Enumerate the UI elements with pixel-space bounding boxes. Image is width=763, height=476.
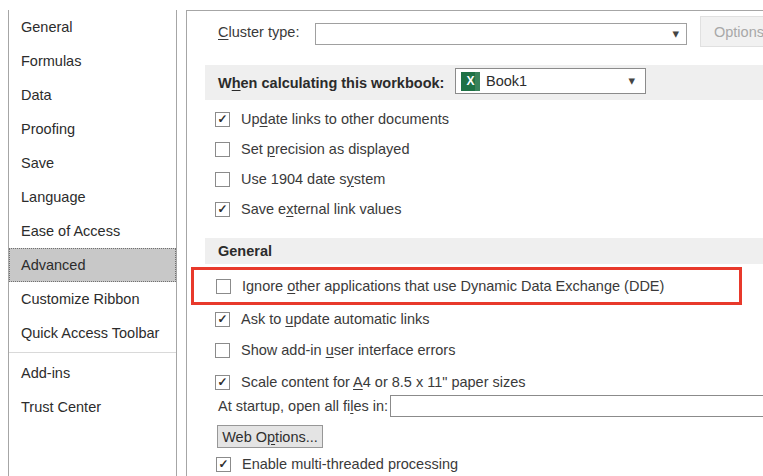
- general-section-title: General: [218, 243, 272, 259]
- workbook-selector-combobox[interactable]: X Book1 ▾: [455, 68, 646, 94]
- checkbox-scale-content-a4[interactable]: ✓ Scale content for A4 or 8.5 x 11" pape…: [215, 368, 526, 396]
- general-section-header: General: [205, 238, 763, 264]
- checkbox-ask-update-links[interactable]: ✓ Ask to update automatic links: [215, 305, 430, 333]
- calc-workbook-label: When calculating this workbook:: [218, 75, 444, 91]
- checkbox-label: Scale content for A4 or 8.5 x 11" paper …: [241, 374, 526, 390]
- sidebar-item-quick-access-toolbar[interactable]: Quick Access Toolbar: [9, 316, 176, 350]
- checkbox-show-addin-errors[interactable]: ✓ Show add-in user interface errors: [215, 336, 455, 364]
- checkbox-box[interactable]: ✓: [215, 112, 230, 127]
- checkbox-box[interactable]: ✓: [215, 172, 230, 187]
- cluster-type-label: Cluster type:: [218, 24, 299, 40]
- checkbox-save-external-link-values[interactable]: ✓ Save external link values: [215, 195, 401, 223]
- chevron-down-icon[interactable]: ▾: [628, 74, 635, 87]
- excel-options-dialog: General Formulas Data Proofing Save Lang…: [0, 0, 763, 476]
- checkbox-label: Set precision as displayed: [241, 141, 409, 157]
- check-icon: ✓: [217, 313, 227, 325]
- options-button[interactable]: Options: [700, 16, 763, 47]
- sidebar-item-customize-ribbon[interactable]: Customize Ribbon: [9, 282, 176, 316]
- checkbox-label: Enable multi-threaded processing: [242, 456, 458, 472]
- sidebar-item-trust-center[interactable]: Trust Center: [9, 390, 176, 424]
- sidebar-item-general[interactable]: General: [9, 10, 176, 44]
- checkbox-label: Use 1904 date system: [241, 171, 385, 187]
- check-icon: ✓: [217, 203, 227, 215]
- web-options-button[interactable]: Web Options...: [217, 425, 323, 448]
- options-button-label: Options: [714, 24, 763, 40]
- checkbox-multithreaded-processing[interactable]: ✓ Enable multi-threaded processing: [216, 450, 458, 476]
- workbook-name: Book1: [486, 73, 527, 89]
- checkbox-box[interactable]: ✓: [215, 142, 230, 157]
- sidebar-item-save[interactable]: Save: [9, 146, 176, 180]
- checkbox-label: Show add-in user interface errors: [241, 342, 455, 358]
- checkbox-box[interactable]: ✓: [215, 312, 230, 327]
- excel-workbook-icon: X: [461, 72, 480, 91]
- sidebar-divider: [9, 352, 176, 353]
- startup-folder-label: At startup, open all files in:: [218, 398, 388, 414]
- checkbox-box[interactable]: ✓: [215, 202, 230, 217]
- web-options-button-label: Web Options...: [222, 429, 318, 445]
- checkbox-label: Save external link values: [241, 201, 401, 217]
- checkbox-box[interactable]: ✓: [215, 375, 230, 390]
- checkbox-label: Ask to update automatic links: [241, 311, 430, 327]
- checkbox-box[interactable]: ✓: [215, 343, 230, 358]
- cluster-type-combobox[interactable]: ▾: [315, 23, 687, 45]
- checkbox-label: Ignore other applications that use Dynam…: [242, 278, 664, 294]
- startup-folder-input[interactable]: [390, 395, 763, 417]
- sidebar-item-language[interactable]: Language: [9, 180, 176, 214]
- sidebar-item-formulas[interactable]: Formulas: [9, 44, 176, 78]
- sidebar-item-advanced[interactable]: Advanced: [9, 248, 176, 282]
- checkbox-update-links[interactable]: ✓ Update links to other documents: [215, 105, 449, 133]
- sidebar-item-ease-of-access[interactable]: Ease of Access: [9, 214, 176, 248]
- checkbox-1904-date-system[interactable]: ✓ Use 1904 date system: [215, 165, 385, 193]
- sidebar-item-proofing[interactable]: Proofing: [9, 112, 176, 146]
- checkbox-set-precision[interactable]: ✓ Set precision as displayed: [215, 135, 409, 163]
- checkbox-label: Update links to other documents: [241, 111, 449, 127]
- checkbox-ignore-dde[interactable]: ✓ Ignore other applications that use Dyn…: [216, 272, 664, 300]
- check-icon: ✓: [217, 376, 227, 388]
- chevron-down-icon[interactable]: ▾: [672, 27, 679, 40]
- check-icon: ✓: [218, 458, 228, 470]
- options-category-sidebar: General Formulas Data Proofing Save Lang…: [8, 10, 177, 476]
- checkbox-box[interactable]: ✓: [216, 457, 231, 472]
- sidebar-item-add-ins[interactable]: Add-ins: [9, 356, 176, 390]
- sidebar-item-data[interactable]: Data: [9, 78, 176, 112]
- check-icon: ✓: [217, 113, 227, 125]
- checkbox-box[interactable]: ✓: [216, 279, 231, 294]
